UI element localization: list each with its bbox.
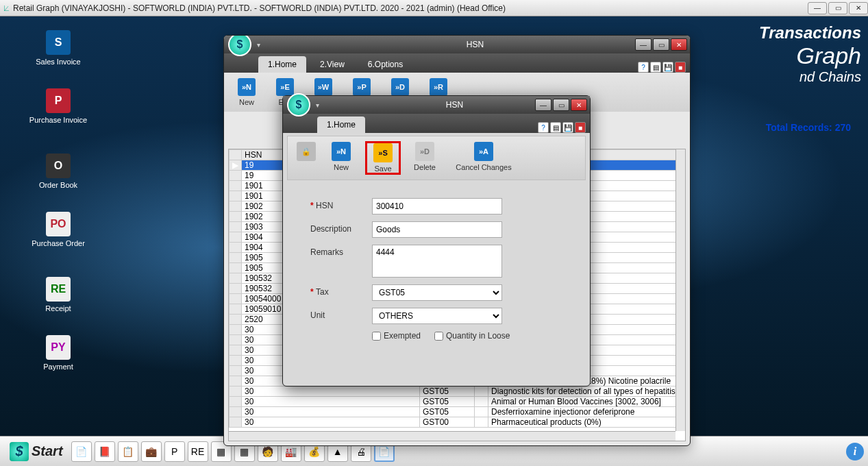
unit-select[interactable]: OTHERS xyxy=(372,308,502,324)
os-close-button[interactable]: ✕ xyxy=(849,2,868,14)
start-logo-icon: $ xyxy=(10,442,29,461)
desktop-icon-purchase-invoice[interactable]: PPurchase Invoice xyxy=(27,88,89,124)
remarks-textarea[interactable] xyxy=(372,245,502,278)
icon-label: Purchase Invoice xyxy=(27,116,89,124)
tool-icon-3[interactable]: ■ xyxy=(675,62,686,73)
os-maximize-button[interactable]: ▭ xyxy=(828,2,847,14)
tool-icon-1[interactable]: ▤ xyxy=(550,122,561,133)
window-minimize-button[interactable]: — xyxy=(635,38,652,51)
taskbar-app-3[interactable]: 💼 xyxy=(141,441,162,462)
taskbar-app-1[interactable]: 📕 xyxy=(95,441,115,462)
app-icon: ⟀ xyxy=(4,3,9,13)
start-button[interactable]: $ Start xyxy=(4,441,69,463)
tool-icon-2[interactable]: 💾 xyxy=(662,62,673,73)
dialog-tabstrip: 1.Home ? ▤ 💾 ■ xyxy=(283,114,590,133)
dialog-maximize-button[interactable]: ▭ xyxy=(553,99,569,111)
hsn-input[interactable] xyxy=(372,198,502,214)
tool-icon-1[interactable]: ▤ xyxy=(650,62,661,73)
form: HSN Description Remarks Tax GST05 Unit O… xyxy=(283,180,590,358)
table-row[interactable]: 30GST00Pharmaceutical products (0%) xyxy=(230,417,685,428)
ribbon-icon: »N xyxy=(238,78,256,96)
description-input[interactable] xyxy=(372,221,502,238)
ribbon-icon: »D xyxy=(391,78,409,96)
tax-select[interactable]: GST05 xyxy=(372,284,502,301)
desktop: Transactions Graph nd Chains Total Recor… xyxy=(0,16,868,436)
app-icon: PO xyxy=(46,212,71,236)
tool-icon-3[interactable]: ■ xyxy=(575,122,586,133)
os-minimize-button[interactable]: — xyxy=(808,2,827,14)
taskbar-app-0[interactable]: 📄 xyxy=(71,441,92,462)
icon-label: Purchase Order xyxy=(27,239,89,247)
lock-button: 🔒 xyxy=(296,142,317,174)
tool-icon-2[interactable]: 💾 xyxy=(562,122,573,133)
dialog-titlebar[interactable]: $ ▾ HSN — ▭ ✕ xyxy=(283,96,590,114)
app-icon: PY xyxy=(46,335,71,360)
window-title: HSN xyxy=(260,40,690,49)
info-icon[interactable]: i xyxy=(846,443,864,461)
tax-label: Tax xyxy=(310,284,372,297)
table-row[interactable]: 30GST05Diagnostic kits for detection of … xyxy=(230,387,685,397)
desktop-icon-payment[interactable]: PYPayment xyxy=(27,335,89,371)
os-title-text: Retail Graph (VINAYAKJOSHI) - SOFTWORLD … xyxy=(13,3,506,13)
desktop-icon-receipt[interactable]: REReceipt xyxy=(27,277,89,312)
dialog-toolbar: 🔒 »NNew »SSave »DDelete »ACancel Changes xyxy=(287,136,586,180)
icon-label: Sales Invoice xyxy=(27,58,89,66)
description-label: Description xyxy=(310,221,372,234)
app-logo-icon: $ xyxy=(228,35,251,56)
tab-options[interactable]: 6.Options xyxy=(358,56,412,73)
remarks-label: Remarks xyxy=(310,245,372,257)
new-button[interactable]: »NNew xyxy=(322,142,360,174)
window-maximize-button[interactable]: ▭ xyxy=(653,38,669,51)
table-row[interactable]: 30GST05Desferrioxamine injectionor defer… xyxy=(230,407,685,417)
quantity-in-loose-checkbox[interactable]: Quantity in Loose xyxy=(434,331,510,341)
save-button[interactable]: »SSave xyxy=(366,142,400,174)
ribbon-icon: »R xyxy=(430,78,447,96)
tab-home[interactable]: 1.Home xyxy=(258,56,306,73)
desktop-icon-sales-invoice[interactable]: SSales Invoice xyxy=(27,30,89,66)
taskbar-app-2[interactable]: 📋 xyxy=(118,441,138,462)
app-icon: O xyxy=(46,154,71,178)
horizontal-scrollbar[interactable] xyxy=(229,431,675,441)
vertical-scrollbar[interactable] xyxy=(675,149,685,431)
ribbon-new-button[interactable]: »NNew xyxy=(231,78,262,106)
desktop-icon-order-book[interactable]: OOrder Book xyxy=(27,154,89,189)
ribbon-icon: »W xyxy=(314,78,332,96)
app-icon: S xyxy=(46,30,71,55)
icon-label: Payment xyxy=(27,363,89,371)
table-row[interactable]: 30GST05Animal or Human Blood Vaccines [3… xyxy=(230,397,685,407)
exempted-checkbox[interactable]: Exempted xyxy=(372,331,421,341)
os-titlebar: ⟀ Retail Graph (VINAYAKJOSHI) - SOFTWORL… xyxy=(0,0,868,16)
ribbon-tabstrip: 1.Home 2.View 6.Options ? ▤ 💾 ■ xyxy=(224,53,690,73)
help-icon[interactable]: ? xyxy=(538,122,549,133)
window-titlebar[interactable]: $ ▾ HSN — ▭ ✕ xyxy=(224,36,690,53)
hsn-edit-dialog: $ ▾ HSN — ▭ ✕ 1.Home ? ▤ 💾 ■ 🔒 »NNew »SS… xyxy=(282,95,591,387)
tab-view[interactable]: 2.View xyxy=(310,56,354,73)
delete-button: »DDelete xyxy=(406,142,444,174)
app-icon: P xyxy=(46,88,71,113)
brand-watermark: Transactions Graph nd Chains xyxy=(759,23,861,85)
ribbon-icon: »P xyxy=(353,78,371,96)
taskbar-app-5[interactable]: RE xyxy=(188,441,208,462)
desktop-icon-purchase-order[interactable]: POPurchase Order xyxy=(27,212,89,247)
cancel-changes-button[interactable]: »ACancel Changes xyxy=(449,142,518,174)
app-icon: RE xyxy=(46,277,71,302)
ribbon-icon: »E xyxy=(276,78,294,96)
help-icon[interactable]: ? xyxy=(638,62,649,73)
taskbar-app-4[interactable]: P xyxy=(164,441,185,462)
icon-label: Order Book xyxy=(27,181,89,189)
total-records-label: Total Records: 270 xyxy=(766,122,851,133)
dialog-close-button[interactable]: ✕ xyxy=(571,99,587,111)
app-logo-icon: $ xyxy=(287,93,310,116)
dialog-minimize-button[interactable]: — xyxy=(535,99,551,111)
dialog-tab-home[interactable]: 1.Home xyxy=(317,116,365,133)
icon-label: Receipt xyxy=(27,304,89,312)
window-close-button[interactable]: ✕ xyxy=(671,38,687,51)
unit-label: Unit xyxy=(310,308,372,320)
hsn-label: HSN xyxy=(310,198,372,210)
